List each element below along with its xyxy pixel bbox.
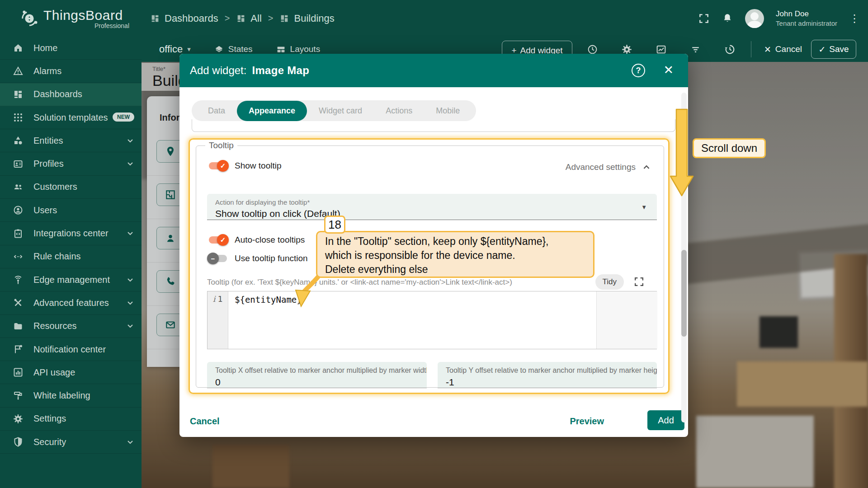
layouts-icon [276, 45, 286, 54]
breadcrumb-buildings[interactable]: Buildings [279, 13, 334, 24]
sidebar-item-solution-templates[interactable]: Solution templatesNEW [0, 106, 142, 129]
sidebar-item-label: Advanced features [33, 298, 109, 308]
sidebar-item-label: Integrations center [33, 228, 108, 239]
sidebar-item-label: Dashboards [33, 89, 82, 99]
dashboards-icon [236, 14, 246, 23]
sidebar-item-edge-management[interactable]: Edge management [0, 268, 142, 291]
sidebar-item-dashboards[interactable]: Dashboards [0, 83, 142, 106]
grid-icon [13, 112, 24, 123]
states-label: States [228, 44, 253, 54]
tab-widget-card[interactable]: Widget card [307, 101, 374, 121]
close-dialog-button[interactable]: ✕ [663, 63, 674, 77]
breadcrumb-label: Buildings [294, 13, 334, 24]
more-menu-button[interactable]: ⋮ [849, 12, 860, 25]
sidebar-item-label: Security [33, 437, 66, 447]
user-avatar[interactable] [745, 9, 764, 28]
sidebar-item-advanced-features[interactable]: Advanced features [0, 291, 142, 314]
shield-icon [13, 436, 24, 447]
thingsboard-logo-icon [19, 8, 40, 29]
entities-icon [13, 135, 24, 146]
sidebar-item-customers[interactable]: Customers [0, 176, 142, 199]
sidebar-item-resources[interactable]: Resources [0, 315, 142, 338]
layouts-button[interactable]: Layouts [276, 44, 321, 54]
entity-aliases-button[interactable] [644, 44, 679, 55]
sidebar-item-home[interactable]: Home [0, 37, 142, 60]
version-history-button[interactable] [713, 44, 747, 55]
brand[interactable]: ThingsBoard Professional [43, 8, 129, 29]
notifications-button[interactable] [722, 13, 733, 24]
user-name: John Doe [776, 9, 837, 19]
bell-icon [722, 13, 733, 24]
sidebar-item-label: Entities [33, 136, 63, 146]
brand-name: ThingsBoard [43, 8, 129, 23]
tab-actions[interactable]: Actions [374, 101, 424, 121]
dashboard-settings-button[interactable] [610, 44, 644, 55]
cancel-edit-button[interactable]: ✕ Cancel [764, 44, 802, 55]
callout-line: Delete everything else [325, 263, 585, 277]
sidebar-item-entities[interactable]: Entities [0, 129, 142, 152]
new-badge: NEW [113, 113, 134, 122]
save-label: Save [829, 44, 849, 54]
timewindow-button[interactable] [576, 44, 610, 55]
gear-icon [13, 413, 24, 424]
brand-subtitle: Professional [43, 22, 129, 29]
edge-icon [13, 274, 24, 285]
sidebar-item-rule-chains[interactable]: Rule chains [0, 245, 142, 268]
dialog-scrollbar-thumb[interactable] [681, 250, 687, 337]
dashboards-icon [279, 14, 289, 23]
layouts-label: Layouts [290, 44, 321, 54]
preview-button[interactable]: Preview [570, 416, 604, 427]
sidebar-item-integrations-center[interactable]: Integrations center [0, 222, 142, 245]
api-usage-icon [13, 367, 24, 378]
chevron-down-icon [127, 324, 133, 328]
customers-icon [13, 182, 24, 192]
alarm-icon [13, 66, 24, 76]
chevron-down-icon [127, 139, 133, 143]
sidebar-item-notification-center[interactable]: Notification center [0, 338, 142, 361]
sidebar-item-users[interactable]: Users [0, 199, 142, 222]
user-role: Tenant administrator [776, 19, 837, 27]
sidebar: Home Alarms Dashboards Solution template… [0, 37, 142, 488]
sidebar-item-label: White labeling [33, 390, 90, 401]
sidebar-item-label: Settings [33, 413, 66, 424]
integrations-icon [13, 228, 24, 239]
breadcrumb-all[interactable]: All [236, 13, 261, 24]
sidebar-item-white-labeling[interactable]: White labeling [0, 384, 142, 407]
caret-down-icon: ▾ [187, 45, 191, 53]
fullscreen-icon [698, 13, 710, 24]
profiles-icon [13, 159, 24, 169]
sidebar-item-settings[interactable]: Settings [0, 408, 142, 431]
tab-data[interactable]: Data [196, 101, 237, 121]
breadcrumb-label: All [250, 13, 261, 24]
fullscreen-button[interactable] [698, 13, 710, 24]
scroll-down-annotation: Scroll down [693, 138, 766, 158]
sidebar-item-label: Customers [33, 182, 77, 192]
sidebar-item-alarms[interactable]: Alarms [0, 60, 142, 83]
filters-button[interactable] [679, 44, 713, 55]
save-button[interactable]: ✓ Save [811, 40, 856, 59]
sidebar-item-label: API usage [33, 367, 75, 378]
breadcrumb: Dashboards > All > Buildings [150, 13, 335, 24]
layers-icon [214, 45, 224, 54]
callout-line: In the "Tooltip" section, keep only ${en… [325, 235, 585, 249]
breadcrumb-label: Dashboards [165, 13, 218, 24]
sidebar-item-security[interactable]: Security [0, 431, 142, 454]
scroll-down-arrow [668, 108, 695, 197]
dialog-cancel-button[interactable]: Cancel [190, 416, 220, 427]
step-number-badge: 18 [324, 216, 345, 234]
home-icon [13, 42, 24, 53]
dialog-widget-name: Image Map [252, 64, 309, 77]
sidebar-item-profiles[interactable]: Profiles [0, 152, 142, 175]
states-button[interactable]: States [214, 44, 253, 54]
chevron-down-icon [127, 162, 133, 166]
add-button[interactable]: Add [647, 410, 684, 430]
tab-appearance[interactable]: Appearance [237, 101, 307, 121]
breadcrumb-dashboards[interactable]: Dashboards [150, 13, 218, 24]
tab-mobile[interactable]: Mobile [424, 101, 472, 121]
top-bar: ThingsBoard Professional Dashboards > Al… [0, 0, 868, 37]
gear-icon [621, 44, 632, 55]
user-info[interactable]: John Doe Tenant administrator [776, 9, 837, 27]
help-button[interactable]: ? [632, 64, 645, 77]
dialog-header: Add widget: Image Map ? ✕ [179, 54, 688, 87]
sidebar-item-api-usage[interactable]: API usage [0, 361, 142, 384]
